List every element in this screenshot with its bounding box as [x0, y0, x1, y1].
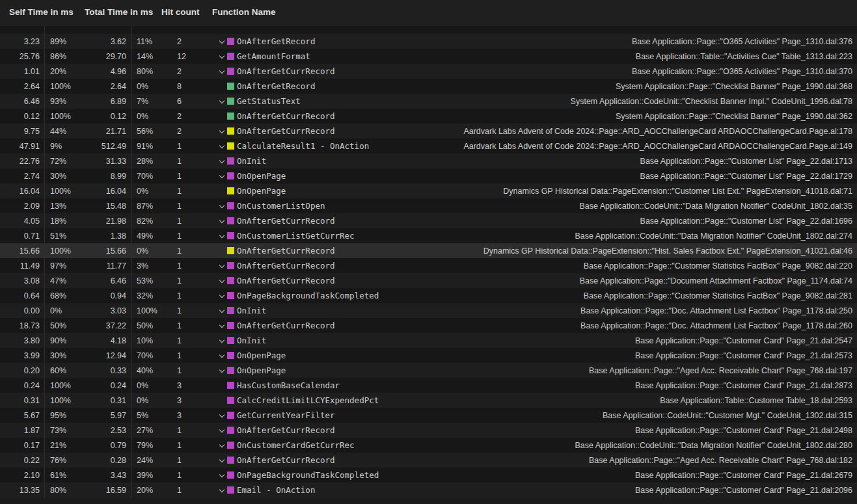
chevron-down-icon[interactable]: [218, 456, 227, 465]
total-time-pct-value: 53%: [131, 276, 169, 285]
total-time-ms-value: 0.12: [82, 112, 131, 121]
self-time-pct-value: 97%: [44, 261, 82, 271]
table-row[interactable]: 1.01 20% 4.96 80% 2 OnAfterGetCurrRecord…: [0, 64, 857, 79]
self-time-pct-value: 95%: [44, 411, 82, 420]
source-location: Aardvark Labs Advent of Code 2024::Page:…: [456, 142, 857, 151]
table-row[interactable]: 2.74 30% 8.99 70% 1 OnOpenPage Base Appl…: [0, 168, 857, 183]
source-location: System Application::Page::"Checklist Ban…: [608, 82, 857, 91]
chevron-down-icon[interactable]: [218, 142, 227, 151]
chevron-down-icon[interactable]: [218, 426, 227, 435]
source-location: Dynamics GP Historical Data::PageExtensi…: [495, 187, 857, 196]
chevron-down-icon[interactable]: [218, 381, 227, 390]
table-row[interactable]: 0.20 60% 0.33 40% 1 OnOpenPage Base Appl…: [0, 363, 857, 378]
col-header-hit-count[interactable]: Hit count: [161, 7, 200, 17]
total-time-ms-value: 4.18: [82, 336, 131, 345]
table-row[interactable]: 1.87 73% 2.53 27% 1 OnAfterGetCurrRecord…: [0, 423, 857, 438]
chevron-down-icon[interactable]: [218, 351, 227, 360]
table-row[interactable]: 47.91 9% 512.49 91% 1 CalculateResult1 -…: [0, 139, 857, 153]
table-row[interactable]: 3.08 47% 6.46 53% 1 OnAfterGetCurrRecord…: [0, 273, 857, 288]
table-row[interactable]: 3.80 90% 4.18 10% 1 OnInit Base Applicat…: [0, 333, 857, 348]
col-header-total-time[interactable]: Total Time in ms: [85, 7, 153, 17]
chevron-down-icon[interactable]: [218, 52, 227, 61]
col-header-function-name[interactable]: Function Name: [212, 7, 276, 17]
column-divider: [44, 26, 45, 497]
total-time-ms-value: 2.53: [82, 426, 131, 435]
hit-count-value: 1: [169, 276, 218, 285]
chevron-down-icon[interactable]: [218, 411, 227, 420]
function-name: HasCustomBaseCalendar: [237, 380, 340, 390]
chevron-down-icon[interactable]: [218, 217, 227, 226]
table-row[interactable]: 0.64 68% 0.94 32% 1 OnPageBackgroundTask…: [0, 288, 857, 303]
table-row[interactable]: 0.31 100% 0.31 0% 3 CalcCreditLimitLCYEx…: [0, 393, 857, 408]
total-time-pct-value: 0%: [131, 246, 169, 256]
total-time-ms-value: 0.31: [82, 396, 131, 405]
table-row[interactable]: 15.66 100% 15.66 0% 1 OnAfterGetCurrReco…: [0, 243, 857, 258]
self-time-pct-value: 86%: [44, 52, 82, 61]
table-row[interactable]: 13.35 80% 16.59 20% 1 Email - OnAction B…: [0, 483, 857, 497]
source-location: Base Application::Page::"Customer Card" …: [627, 381, 857, 390]
function-name: GetAmountFormat: [237, 51, 310, 61]
chevron-down-icon[interactable]: [218, 321, 227, 330]
chevron-down-icon[interactable]: [218, 246, 227, 256]
table-row[interactable]: 9.75 44% 21.71 56% 2 OnAfterGetCurrRecor…: [0, 124, 857, 139]
chevron-down-icon[interactable]: [218, 486, 227, 495]
table-row[interactable]: 2.10 61% 3.43 39% 1 OnPageBackgroundTask…: [0, 468, 857, 483]
table-row[interactable]: 0.17 21% 0.79 79% 1 OnCustomerCardGetCur…: [0, 438, 857, 453]
table-row[interactable]: 5.67 95% 5.97 5% 3 GetCurrentYearFilter …: [0, 408, 857, 423]
chevron-down-icon[interactable]: [218, 37, 227, 46]
chevron-down-icon[interactable]: [218, 112, 227, 121]
chevron-down-icon[interactable]: [218, 276, 227, 285]
table-row[interactable]: 3.23 89% 3.62 11% 2 OnAfterGetRecord Bas…: [0, 34, 857, 49]
chevron-down-icon[interactable]: [218, 471, 227, 480]
col-header-self-time[interactable]: Self Time in ms: [9, 7, 74, 17]
table-row[interactable]: 2.09 13% 15.48 87% 1 OnCustomerListOpen …: [0, 198, 857, 213]
chevron-down-icon[interactable]: [218, 336, 227, 345]
total-time-pct-value: 0%: [131, 112, 169, 121]
total-time-ms-value: 6.89: [82, 97, 131, 106]
total-time-pct-value: 27%: [131, 426, 169, 435]
chevron-down-icon[interactable]: [218, 187, 227, 196]
chevron-down-icon[interactable]: [218, 232, 227, 241]
table-row[interactable]: 6.46 93% 6.89 7% 6 GetStatusText System …: [0, 94, 857, 109]
chevron-down-icon[interactable]: [218, 172, 227, 181]
table-row[interactable]: 0.71 51% 1.38 49% 1 OnCustomerListGetCur…: [0, 228, 857, 243]
table-row[interactable]: 16.04 100% 16.04 0% 1 OnOpenPage Dynamic…: [0, 183, 857, 198]
table-row[interactable]: 0.12 100% 0.12 0% 2 OnAfterGetCurrRecord…: [0, 109, 857, 124]
total-time-ms-value: 1.38: [82, 232, 131, 241]
table-row[interactable]: 0.24 100% 0.24 0% 3 HasCustomBaseCalenda…: [0, 378, 857, 393]
total-time-pct-value: 80%: [131, 67, 169, 76]
chevron-down-icon[interactable]: [218, 261, 227, 271]
chevron-down-icon[interactable]: [218, 396, 227, 405]
profiler-table-body: 3.23 89% 3.62 11% 2 OnAfterGetRecord Bas…: [0, 34, 857, 497]
chevron-down-icon[interactable]: [218, 306, 227, 315]
self-time-ms-value: 0.17: [0, 441, 44, 450]
chevron-down-icon[interactable]: [218, 291, 227, 300]
table-row[interactable]: 0.22 76% 0.28 24% 1 OnAfterGetCurrRecord…: [0, 453, 857, 468]
table-row[interactable]: 18.73 50% 37.22 50% 1 OnAfterGetCurrReco…: [0, 318, 857, 333]
chevron-down-icon[interactable]: [218, 127, 227, 136]
table-row[interactable]: 3.99 30% 12.94 70% 1 OnOpenPage Base App…: [0, 348, 857, 363]
chevron-down-icon[interactable]: [218, 97, 227, 106]
self-time-pct-value: 21%: [44, 441, 82, 450]
table-row[interactable]: 2.64 100% 2.64 0% 8 OnAfterGetRecord Sys…: [0, 79, 857, 94]
table-row[interactable]: 22.76 72% 31.33 28% 1 OnInit Base Applic…: [0, 153, 857, 168]
hit-count-value: 1: [169, 157, 218, 166]
source-location: Base Application::Page::"Customer Card" …: [627, 336, 857, 345]
total-time-ms-value: 16.59: [82, 486, 131, 495]
chevron-down-icon[interactable]: [218, 202, 227, 211]
chevron-down-icon[interactable]: [218, 82, 227, 91]
total-time-ms-value: 4.96: [82, 67, 131, 76]
table-row[interactable]: 4.05 18% 21.98 82% 1 OnAfterGetCurrRecor…: [0, 213, 857, 228]
column-divider: [131, 26, 132, 497]
module-color-swatch-icon: [227, 247, 234, 254]
hit-count-value: 1: [169, 202, 218, 211]
module-color-swatch-icon: [227, 442, 234, 449]
self-time-ms-value: 0.20: [0, 366, 44, 375]
table-row[interactable]: 25.76 86% 29.70 14% 12 GetAmountFormat B…: [0, 49, 857, 64]
chevron-down-icon[interactable]: [218, 441, 227, 450]
table-row[interactable]: 0.00 0% 3.03 100% 1 OnInit Base Applicat…: [0, 303, 857, 318]
chevron-down-icon[interactable]: [218, 67, 227, 76]
chevron-down-icon[interactable]: [218, 157, 227, 166]
chevron-down-icon[interactable]: [218, 366, 227, 375]
table-row[interactable]: 11.49 97% 11.77 3% 1 OnAfterGetCurrRecor…: [0, 258, 857, 273]
